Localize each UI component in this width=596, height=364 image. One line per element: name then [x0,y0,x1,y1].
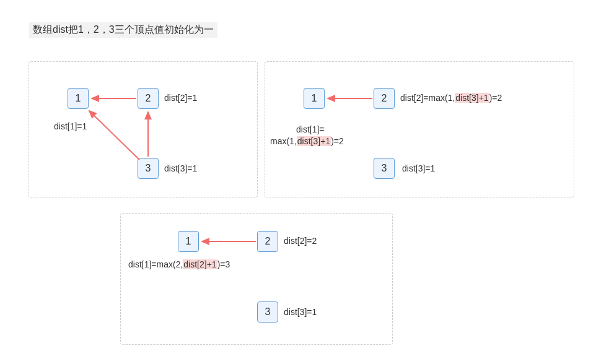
panel-step-3: 1 2 3 dist[2]=2 dist[1]=max(2,dist[2]+1)… [120,213,393,345]
node-2-label: 2 [382,93,387,104]
dist-2-label: dist[2]=2 [284,236,317,246]
node-1: 1 [178,231,199,252]
dist-2-label: dist[2]=1 [164,93,197,103]
node-1-label: 1 [312,93,317,104]
node-2: 2 [138,88,159,109]
node-1-label: 1 [76,93,81,104]
dist-1-label: dist[1]=1 [54,121,87,131]
node-2: 2 [374,88,395,109]
dist-1-highlight: dist[2]+1 [183,259,217,269]
node-3: 3 [138,158,159,179]
dist-3-label: dist[3]=1 [284,307,317,317]
dist-2-pre: dist[2]=max(1, [400,93,455,103]
dist-1-pre: max(1, [270,136,297,146]
edge-3-1 [89,111,139,160]
node-1: 1 [68,88,89,109]
dist-1-post: )=3 [217,259,230,269]
dist-3-label: dist[3]=1 [164,163,197,173]
dist-1-label: dist[1]=max(2,dist[2]+1)=3 [128,259,230,269]
node-3-label: 3 [265,306,271,318]
node-1: 1 [304,88,325,109]
dist-2-label: dist[2]=max(1,dist[3]+1)=2 [400,93,502,103]
dist-2-highlight: dist[3]+1 [455,93,489,103]
diagram-title: 数组dist把1，2，3三个顶点值初始化为一 [29,22,217,38]
node-3-label: 3 [146,163,151,174]
dist-1-post: )=2 [331,136,344,146]
node-2-label: 2 [265,236,271,247]
dist-1-label-b: max(1,dist[3]+1)=2 [270,136,344,146]
node-3-label: 3 [382,163,387,174]
panel-step-2: 1 2 3 dist[2]=max(1,dist[3]+1)=2 dist[1]… [265,61,574,197]
dist-1-pre: dist[1]=max(2, [128,259,183,269]
panel-step-1: 1 2 3 dist[2]=1 dist[1]=1 dist[3]=1 [28,61,258,197]
node-3: 3 [257,301,278,323]
node-1-label: 1 [186,236,191,247]
dist-1-highlight: dist[3]+1 [297,136,331,146]
dist-1-label-a: dist[1]= [296,124,325,134]
node-2-label: 2 [146,93,151,104]
node-2: 2 [257,231,278,252]
dist-2-post: )=2 [489,93,502,103]
node-3: 3 [374,158,395,179]
dist-3-label: dist[3]=1 [402,163,435,173]
